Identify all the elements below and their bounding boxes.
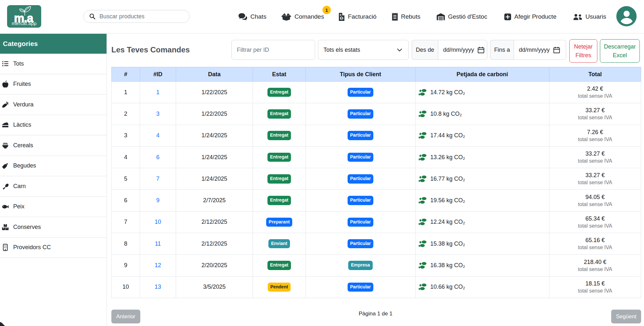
- col-header-data[interactable]: Data: [176, 67, 253, 82]
- date-to-input[interactable]: dd/mm/yyyy: [514, 40, 566, 60]
- order-id-link[interactable]: 12: [154, 262, 161, 268]
- cell-total: 33.27 € total sense IVA: [549, 168, 641, 190]
- clear-filters-button[interactable]: NetejarFiltres: [569, 39, 597, 63]
- status-badge: Entregat: [267, 261, 291, 270]
- cell-status: Entregat: [253, 125, 306, 146]
- cell-num: 4: [112, 146, 140, 168]
- chevron-down-icon: [397, 48, 402, 52]
- order-row: 2 3 1/22/2025 Entregat Particular 10.8 k…: [112, 103, 641, 125]
- calendar-icon[interactable]: [478, 47, 484, 53]
- client-type-badge: Particular: [348, 218, 374, 227]
- cell-carbon: 10.8 kg CO₂: [415, 103, 549, 125]
- date-to-group: Fins a dd/mm/yyyy: [490, 40, 566, 60]
- receipt-icon: [392, 13, 398, 21]
- nav-item-facturacio[interactable]: Facturació: [338, 0, 377, 33]
- order-id-link[interactable]: 10: [154, 219, 161, 225]
- carbon-cell-content: 16.38 kg CO₂: [419, 262, 549, 269]
- order-id-link[interactable]: 9: [156, 197, 159, 204]
- date-to-label: Fins a: [490, 40, 514, 60]
- cell-num: 10: [112, 276, 140, 298]
- order-id-link[interactable]: 3: [156, 111, 159, 117]
- cell-date: 2/12/2025: [176, 211, 253, 233]
- footprints-icon: [419, 218, 428, 226]
- category-label: Verdura: [13, 101, 33, 108]
- cell-num: 5: [112, 168, 140, 190]
- sidebar-item-proveidors-cc[interactable]: Proveidors CC: [0, 238, 107, 258]
- calendar-icon[interactable]: [553, 47, 560, 53]
- col-header-id[interactable]: #ID: [140, 67, 176, 82]
- carbon-cell-content: 14.72 kg CO₂: [419, 89, 549, 96]
- carbon-value: 16.77 kg CO₂: [430, 176, 465, 182]
- client-type-badge: Particular: [348, 283, 374, 292]
- total-subtext: total sense IVA: [549, 115, 641, 121]
- nav-item-afegir-producte[interactable]: Afegir Producte: [504, 0, 556, 33]
- search-icon: [89, 13, 96, 20]
- chats-icon: [238, 13, 247, 21]
- status-select[interactable]: Tots els estats: [318, 40, 409, 60]
- category-label: Conserves: [13, 224, 41, 231]
- search-input[interactable]: [99, 13, 189, 20]
- date-from-input[interactable]: dd/mm/yyyy: [438, 40, 487, 60]
- total-value: 65.34 €: [549, 215, 641, 222]
- order-row: 1 1 1/22/2025 Entregat Particular 14.72 …: [112, 82, 641, 103]
- col-header-petjada[interactable]: Petjada de carboni: [415, 67, 549, 82]
- sidebar-item-tots[interactable]: Tots: [0, 54, 107, 74]
- total-subtext: total sense IVA: [549, 245, 641, 250]
- sidebar-item-conserves[interactable]: Conserves: [0, 217, 107, 238]
- footprints-icon: [419, 154, 428, 161]
- order-id-link[interactable]: 13: [154, 284, 161, 290]
- total-subtext: total sense IVA: [549, 93, 641, 99]
- sidebar-item-carn[interactable]: Carn: [0, 176, 107, 197]
- cell-num: 3: [112, 125, 140, 146]
- cell-carbon: 10.66 kg CO₂: [415, 276, 549, 298]
- nav-item-rebuts[interactable]: Rebuts: [392, 0, 420, 33]
- user-avatar[interactable]: [616, 6, 637, 26]
- col-header-tipus[interactable]: Tipus de Client: [306, 67, 415, 82]
- sidebar-item-làctics[interactable]: Làctics: [0, 115, 107, 136]
- order-id-link[interactable]: 6: [156, 154, 159, 160]
- categories-sidebar: Categories Tots Fruites Verdura Làctics …: [0, 34, 107, 326]
- order-row: 10 13 3/5/2025 Pendent Particular 10.66 …: [112, 276, 641, 298]
- category-label: Begudes: [13, 162, 36, 169]
- order-id-link[interactable]: 11: [155, 240, 161, 247]
- next-page-button[interactable]: Següent: [611, 310, 641, 323]
- filter-id-input[interactable]: [231, 40, 315, 60]
- col-header-total[interactable]: Total: [549, 67, 641, 82]
- order-id-link[interactable]: 1: [156, 89, 159, 95]
- footprints-icon: [419, 132, 428, 139]
- category-label: Cereals: [13, 142, 33, 149]
- sidebar-item-verdura[interactable]: Verdura: [0, 95, 107, 115]
- sidebar-item-cereals[interactable]: Cereals: [0, 135, 107, 156]
- footprints-icon: [419, 110, 428, 118]
- nav-label: Facturació: [348, 13, 377, 20]
- sidebar-item-peix[interactable]: Peix: [0, 197, 107, 217]
- nav-item-gestio-estoc[interactable]: Gestió d'Estoc: [436, 0, 487, 33]
- category-label: Làctics: [13, 122, 31, 128]
- sidebar-item-fruites[interactable]: Fruites: [0, 74, 107, 95]
- list-icon: [2, 60, 9, 67]
- order-id-link[interactable]: 7: [156, 176, 159, 182]
- nav-item-chats[interactable]: Chats: [238, 0, 266, 33]
- total-value: 33.27 €: [549, 107, 641, 114]
- status-badge: Entregat: [267, 131, 291, 140]
- sidebar-title: Categories: [0, 34, 107, 54]
- cell-carbon: 14.72 kg CO₂: [415, 82, 549, 103]
- order-id-link[interactable]: 4: [156, 132, 159, 139]
- nav-item-usuaris[interactable]: Usuaris: [573, 0, 606, 33]
- sidebar-item-begudes[interactable]: Begudes: [0, 156, 107, 177]
- app-logo[interactable]: m.a mercat.app: [7, 5, 41, 28]
- file-invoice-dollar-icon: [338, 13, 345, 21]
- col-header-num[interactable]: #: [112, 67, 140, 82]
- cell-carbon: 15.38 kg CO₂: [415, 233, 549, 255]
- cell-total: 33.27 € total sense IVA: [549, 146, 641, 168]
- nav-item-comandes[interactable]: Comandes 1: [281, 0, 324, 33]
- cell-carbon: 13.26 kg CO₂: [415, 146, 549, 168]
- cell-date: 1/24/2025: [176, 146, 253, 168]
- cell-num: 2: [112, 103, 140, 125]
- total-value: 18.15 €: [549, 280, 641, 287]
- total-subtext: total sense IVA: [549, 288, 641, 294]
- col-header-estat[interactable]: Estat: [253, 67, 306, 82]
- carbon-value: 10.8 kg CO₂: [430, 111, 462, 117]
- download-excel-button[interactable]: DescarregarExcel: [600, 39, 640, 63]
- fish-icon: [2, 204, 9, 210]
